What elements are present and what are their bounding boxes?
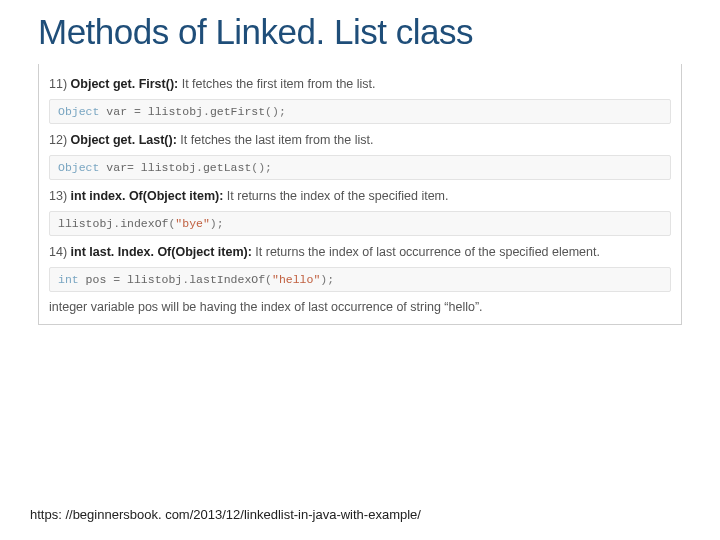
code-block-12: Object var= llistobj.getLast();	[49, 155, 671, 180]
note-text: integer variable pos will be having the …	[49, 300, 671, 314]
method-14: 14) int last. Index. Of(Object item): It…	[49, 244, 671, 261]
method-description: It returns the index of the specified it…	[227, 189, 449, 203]
content-box: 11) Object get. First(): It fetches the …	[38, 64, 682, 325]
code-block-11: Object var = llistobj.getFirst();	[49, 99, 671, 124]
method-signature: Object get. First():	[71, 77, 179, 91]
method-signature: Object get. Last():	[71, 133, 177, 147]
method-number: 13)	[49, 189, 67, 203]
method-11: 11) Object get. First(): It fetches the …	[49, 76, 671, 93]
method-13: 13) int index. Of(Object item): It retur…	[49, 188, 671, 205]
method-12: 12) Object get. Last(): It fetches the l…	[49, 132, 671, 149]
slide: Methods of Linked. List class 11) Object…	[0, 0, 720, 325]
slide-title: Methods of Linked. List class	[38, 12, 682, 52]
method-signature: int index. Of(Object item):	[71, 189, 224, 203]
code-block-13: llistobj.indexOf("bye");	[49, 211, 671, 236]
source-url: https: //beginnersbook. com/2013/12/link…	[30, 507, 421, 522]
code-block-14: int pos = llistobj.lastIndexOf("hello");	[49, 267, 671, 292]
method-description: It fetches the last item from the list.	[180, 133, 373, 147]
method-number: 14)	[49, 245, 67, 259]
method-number: 12)	[49, 133, 67, 147]
method-number: 11)	[49, 77, 67, 91]
method-description: It returns the index of last occurrence …	[255, 245, 600, 259]
method-description: It fetches the first item from the list.	[182, 77, 376, 91]
method-signature: int last. Index. Of(Object item):	[71, 245, 252, 259]
